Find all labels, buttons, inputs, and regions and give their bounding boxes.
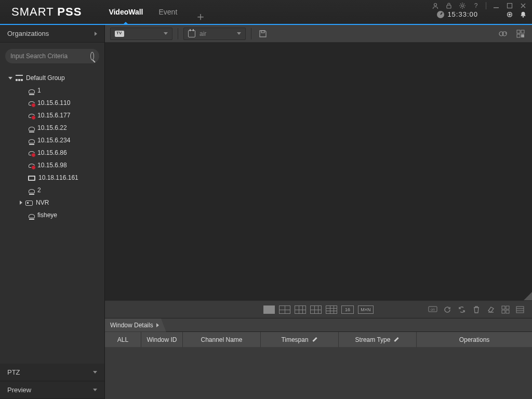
col-all[interactable]: ALL <box>105 332 141 347</box>
search-icon[interactable] <box>90 52 94 60</box>
search-box <box>5 49 99 63</box>
add-tab-button[interactable]: ＋ <box>193 9 208 24</box>
main-tabs: VideoWall Event ＋ <box>109 0 208 24</box>
toolbar-separator <box>178 28 178 39</box>
col-channel-name[interactable]: Channel Name <box>183 332 261 347</box>
screen-on-icon[interactable]: on <box>428 305 437 314</box>
main-area: Organizations Default Group110.15.6.1101… <box>0 25 532 399</box>
tree-item[interactable]: 1 <box>0 84 104 97</box>
svg-point-8 <box>523 16 524 18</box>
header-separator <box>486 2 486 9</box>
chevron-right-icon <box>156 323 159 327</box>
svg-text:on: on <box>431 308 435 311</box>
tree-item-label: 10.18.116.161 <box>38 174 78 181</box>
col-timespan[interactable]: Timespan <box>261 332 339 347</box>
layout-toolbar: 16 M×N on <box>105 300 532 318</box>
tree-item[interactable]: 10.15.6.22 <box>0 122 104 134</box>
tv-icon <box>115 31 124 37</box>
svg-text:?: ? <box>474 2 478 9</box>
schedule-icon <box>188 30 195 37</box>
tree-item-label: 1 <box>37 87 41 94</box>
logo-text-light: SMART <box>11 5 54 18</box>
schedule-select-dropdown[interactable]: air <box>183 28 246 40</box>
tree-item[interactable]: 10.15.6.110 <box>0 97 104 109</box>
sidebar-bottom: PTZ Preview <box>0 364 104 399</box>
details-body <box>105 347 532 399</box>
refresh-icon[interactable] <box>443 305 452 314</box>
tree-item[interactable]: fisheye <box>0 209 104 221</box>
tree-item-label: 10.15.6.177 <box>37 112 70 119</box>
tree-item[interactable]: 10.15.6.177 <box>0 109 104 122</box>
layout-3x3-button[interactable] <box>326 305 337 314</box>
group-icon <box>16 75 23 81</box>
chevron-down-icon <box>237 32 241 35</box>
layout-2x2-button[interactable] <box>279 305 290 314</box>
close-button[interactable] <box>520 2 527 9</box>
maximize-button[interactable] <box>506 2 513 9</box>
chevron-down-icon <box>164 32 168 35</box>
help-icon[interactable]: ? <box>472 2 480 9</box>
tree-item[interactable]: 2 <box>0 184 104 196</box>
svg-rect-12 <box>517 30 520 33</box>
tree-item[interactable]: 10.18.116.161 <box>0 171 104 184</box>
window-details-label: Window Details <box>110 322 153 329</box>
minimize-button[interactable] <box>493 2 500 9</box>
col-stream-type[interactable]: Stream Type <box>339 332 417 347</box>
collapse-icon <box>8 77 12 79</box>
tree-item-label: 10.15.6.86 <box>37 149 67 156</box>
svg-rect-15 <box>521 34 524 37</box>
gear-icon[interactable] <box>459 2 466 9</box>
wall-select-dropdown[interactable] <box>110 28 172 40</box>
svg-point-2 <box>461 5 463 7</box>
tree-item[interactable]: NVR <box>0 196 104 209</box>
split-icon[interactable] <box>501 305 510 314</box>
col-operations[interactable]: Operations <box>417 332 532 347</box>
layout-16-button[interactable]: 16 <box>341 305 354 314</box>
svg-rect-9 <box>261 31 264 33</box>
save-button[interactable] <box>257 28 269 40</box>
clock: 15:33:00 <box>437 10 478 18</box>
svg-point-0 <box>434 4 437 6</box>
clear-icon[interactable] <box>486 305 496 314</box>
lock-icon[interactable] <box>445 2 453 9</box>
camerr-icon <box>29 164 35 168</box>
ptz-header[interactable]: PTZ <box>0 364 104 381</box>
col-window-id[interactable]: Window ID <box>141 332 183 347</box>
layout-1-5-button[interactable] <box>295 305 306 314</box>
bell-icon[interactable] <box>520 11 527 18</box>
tree-root[interactable]: Default Group <box>0 72 104 84</box>
layout-1-7-button[interactable] <box>310 305 322 314</box>
tree-item[interactable]: 10.15.6.234 <box>0 134 104 147</box>
videowall-canvas[interactable] <box>105 43 532 300</box>
svg-rect-22 <box>516 307 524 313</box>
resize-handle[interactable] <box>524 292 532 300</box>
svg-rect-18 <box>502 306 505 309</box>
cam-icon <box>29 139 35 143</box>
chevron-down-icon <box>93 371 97 374</box>
search-input[interactable] <box>10 52 88 60</box>
tree-item[interactable]: 10.15.6.98 <box>0 159 104 171</box>
clock-icon <box>437 11 444 18</box>
cpu-icon[interactable] <box>506 11 513 18</box>
tree-item-label: fisheye <box>37 211 57 219</box>
trash-icon[interactable] <box>472 305 481 314</box>
preview-header[interactable]: Preview <box>0 381 104 399</box>
tree-item[interactable]: 10.15.6.86 <box>0 147 104 159</box>
tab-event[interactable]: Event <box>159 0 178 24</box>
list-icon[interactable] <box>515 305 525 314</box>
refresh-wall-icon[interactable] <box>497 28 509 40</box>
pencil-icon <box>393 337 400 343</box>
tab-videowall[interactable]: VideoWall <box>109 0 143 24</box>
chevron-right-icon <box>95 32 97 36</box>
grid-config-icon[interactable] <box>514 28 527 40</box>
cam-icon <box>29 214 35 218</box>
tree-item-label: 10.15.6.98 <box>37 162 67 169</box>
layout-mxn-button[interactable]: M×N <box>358 305 374 314</box>
user-icon[interactable] <box>432 2 439 9</box>
svg-rect-21 <box>506 310 509 313</box>
organizations-header[interactable]: Organizations <box>0 25 104 43</box>
window-details-tab[interactable]: Window Details <box>105 318 166 332</box>
layout-1x1-button[interactable] <box>263 305 275 314</box>
ptz-label: PTZ <box>7 368 20 376</box>
sync-icon[interactable] <box>457 305 467 314</box>
